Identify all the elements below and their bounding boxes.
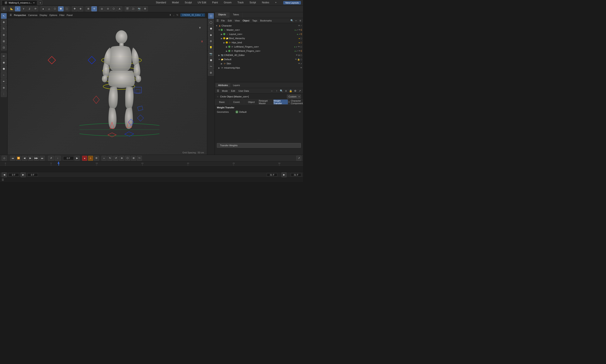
object-row-layout-con[interactable]: ▶ ○ Layout_con+ ● ✓ C	[220, 32, 303, 36]
timeline-end-btn[interactable]: ▶	[282, 172, 287, 177]
time-next-btn[interactable]: ▶	[75, 156, 80, 161]
anim-pos-btn[interactable]: ↑	[55, 156, 61, 161]
panel-menu-bookmarks[interactable]: Bookmarks	[259, 19, 273, 22]
panel-menu-view[interactable]: View	[233, 19, 241, 22]
attr-tab-layers[interactable]: Layers	[230, 83, 242, 87]
panel-menu-tags[interactable]: Tags	[251, 19, 258, 22]
layout-con-check[interactable]: ✓	[298, 33, 300, 35]
right-icon-settings[interactable]: ⚙	[208, 38, 214, 44]
menu-tab-add[interactable]: +	[272, 1, 279, 5]
expand-character[interactable]: ▼	[215, 25, 218, 27]
left-texture-btn[interactable]: ⁚	[1, 91, 7, 97]
viewport-icon-2[interactable]: ↓	[173, 14, 175, 16]
menu-tab-model[interactable]: Model	[170, 1, 181, 5]
object-row-default[interactable]: ▼ 📁 Default 👁 🔒 ⬡	[217, 57, 303, 61]
mixamorig-eye[interactable]: 👁	[300, 67, 302, 69]
expand-righthand[interactable]: ▶	[226, 50, 228, 52]
active-tab[interactable]: 🎬 Walking-6_mixamo.c... ×	[2, 0, 37, 5]
attr-section-retarget[interactable]: Retarget Master	[259, 100, 273, 104]
left-poly-btn[interactable]: ⬟	[1, 66, 7, 72]
attr-back-icon[interactable]: ←	[270, 89, 274, 93]
righthand-eye[interactable]: 👁	[298, 50, 300, 52]
attr-section-character-component[interactable]: ⬡ Character Component	[288, 100, 303, 104]
attr-user-data[interactable]: User Data	[237, 89, 250, 92]
left-box-btn[interactable]: ⊞	[1, 38, 7, 44]
attr-section-weight-transfer[interactable]: Weight Transfer	[273, 100, 288, 104]
diamond-keyframe-btn[interactable]: ◇	[2, 156, 7, 161]
right-icon-sphere[interactable]: ◯	[208, 19, 214, 25]
attr-section-coord[interactable]: Coord.	[229, 100, 244, 104]
default-eye[interactable]: 👁	[295, 58, 297, 60]
viewport-canvas[interactable]: Y X	[8, 18, 207, 155]
lefthand-puzzle[interactable]: ⬡	[300, 46, 302, 48]
toolbar-render-btn[interactable]: 🎬	[125, 6, 130, 11]
attr-expand-icon[interactable]: ↗	[298, 89, 302, 93]
view-menu-display[interactable]: Display	[40, 14, 47, 16]
geometry-edit-icon[interactable]: ✏	[299, 110, 301, 113]
snap-btn[interactable]: ⊞	[131, 156, 136, 161]
timeline-start-field[interactable]: 0 F	[8, 173, 19, 177]
attr-mode[interactable]: Mode	[221, 89, 229, 92]
transport-first-btn[interactable]: ⏮	[10, 156, 15, 161]
object-row-hips-bind[interactable]: ▶ ⟳ Hips_bind ● ⬡	[222, 40, 303, 45]
expand-skin[interactable]: ▶	[221, 63, 223, 65]
transport-prev-key-btn[interactable]: ⏪	[16, 156, 21, 161]
expand-lefthand[interactable]: ▶	[226, 46, 228, 48]
left-rotate-btn[interactable]: ↻	[1, 26, 7, 32]
editor-tag-close[interactable]: ×	[202, 14, 203, 16]
right-icon-scene[interactable]: ⚙	[208, 70, 214, 76]
view-menu-panel[interactable]: Panel	[67, 14, 73, 16]
toolbar-z-btn[interactable]: Z	[27, 6, 32, 11]
auto-key-btn[interactable]: A	[88, 156, 93, 161]
toolbar-rotate-btn[interactable]: ⟳	[33, 6, 38, 11]
object-row-lefthand-fingers[interactable]: ▶ ⟳ LeftHand_Fingers_con+ ● ✓ 👁 ⬡	[225, 45, 303, 49]
toolbar-x-btn[interactable]: X	[15, 6, 20, 11]
hamburger-icon[interactable]: ☰	[10, 14, 12, 16]
cinema4d-puzzle[interactable]: ⬡	[300, 54, 302, 56]
left-draw-btn[interactable]: ✏	[1, 53, 7, 59]
toolbar-object-btn[interactable]: ⬢	[58, 6, 64, 11]
attr-settings-icon[interactable]: ⚙	[293, 89, 297, 93]
left-select-btn[interactable]: ↖	[1, 13, 7, 19]
menu-tab-groom[interactable]: Groom	[221, 1, 234, 5]
record-btn[interactable]: ●	[82, 156, 87, 161]
viewport-icon-3[interactable]: ↻	[176, 14, 178, 16]
expand-bind-hierarchy[interactable]: ▶	[221, 37, 223, 39]
menu-tab-standard[interactable]: Standard	[153, 1, 169, 5]
skin-eye[interactable]: 👁	[298, 63, 300, 65]
tab-close[interactable]: ×	[33, 1, 35, 4]
right-icon-light[interactable]: 💡	[208, 45, 214, 51]
loop-btn-2[interactable]: ↺	[113, 156, 118, 161]
menu-tab-sculpt[interactable]: Sculpt	[182, 1, 194, 5]
cinema4d-eye[interactable]: 👁	[296, 54, 298, 56]
right-icon-camera[interactable]: 📷	[208, 51, 214, 57]
toolbar-render3-btn[interactable]: 📷	[136, 6, 142, 11]
timeline-end-field[interactable]: 0 F	[27, 173, 38, 177]
viewport-icon-1[interactable]: ⬆	[169, 14, 171, 16]
timeline-track[interactable]	[0, 166, 303, 172]
toolbar-menu-btn[interactable]: ☰	[1, 6, 7, 11]
attr-section-basic[interactable]: Basic	[215, 100, 229, 104]
toolbar-scale-btn[interactable]: ⊕	[78, 6, 83, 11]
attr-edit[interactable]: Edit	[230, 89, 236, 92]
right-icon-spline[interactable]: ⬟	[208, 57, 214, 63]
timeline-total-frames[interactable]: 31 F	[267, 173, 277, 177]
right-icon-gem[interactable]: ◆	[208, 32, 214, 38]
add-key-btn[interactable]: +	[102, 156, 107, 161]
skin-check[interactable]: ✓	[300, 63, 302, 65]
fps-btn[interactable]: ⬡	[125, 156, 130, 161]
object-row-character[interactable]: ▼ ♟ Character 👁 ✓	[215, 24, 303, 28]
transport-last-btn[interactable]: ⏭	[40, 156, 45, 161]
left-scale-btn[interactable]: ⊕	[1, 32, 7, 38]
toolbar-text-btn[interactable]: A	[117, 6, 122, 11]
menu-tab-paint[interactable]: Paint	[210, 1, 220, 5]
add-tab-button[interactable]: +	[38, 1, 42, 5]
left-pen-btn[interactable]: ✒	[1, 78, 7, 84]
toolbar-grid-btn[interactable]: ⊞	[85, 6, 91, 11]
attr-section-object[interactable]: Object	[244, 100, 259, 104]
object-row-cinema4d-editor[interactable]: ▶ 📷 CINEMA_4D_Editor 👁 ⊞ ⬡	[217, 53, 303, 57]
toolbar-view-btn[interactable]: 📐	[9, 6, 14, 11]
right-icon-object[interactable]: ⬡	[208, 13, 214, 19]
timeline-play-btn[interactable]: ▶	[21, 172, 26, 177]
attr-lock-icon[interactable]: 🔒	[289, 89, 293, 93]
